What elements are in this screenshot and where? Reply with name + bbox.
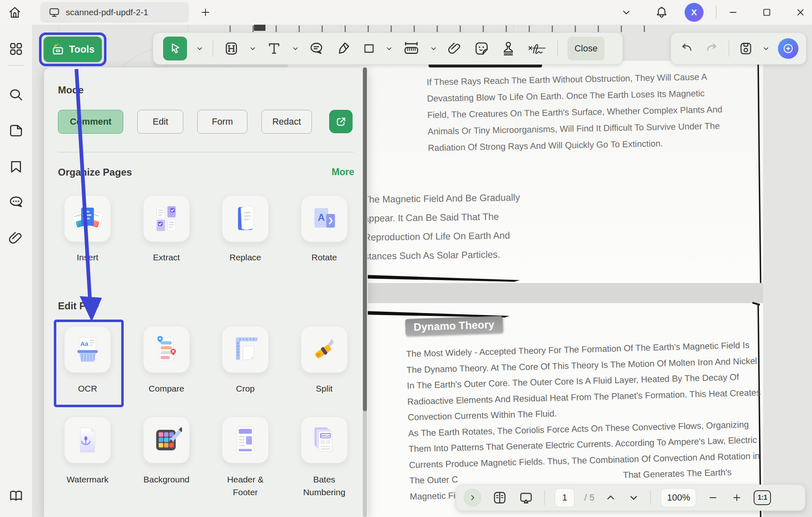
panel-divider: [58, 152, 354, 153]
highlighter-pen-icon: [336, 41, 351, 56]
doc-line: Reproduction Of Life On Earth And: [364, 225, 537, 247]
save-options-chevron[interactable]: [763, 45, 769, 52]
file-actions-toolbar: [671, 32, 806, 65]
text-tool-chevron[interactable]: [292, 45, 299, 52]
zoom-in-button[interactable]: [730, 489, 744, 507]
actual-size-button[interactable]: 1:1: [754, 490, 771, 505]
maximize-button[interactable]: [759, 4, 775, 21]
tool-label-bates-numbering: Bates Numbering: [293, 473, 355, 498]
square-icon: [362, 42, 376, 55]
highlight-h-icon: [224, 41, 239, 56]
measure-tool-chevron[interactable]: [430, 45, 437, 52]
mode-button-edit[interactable]: Edit: [137, 110, 183, 134]
home-button[interactable]: [6, 3, 24, 21]
rotate-illustration: A: [309, 203, 340, 234]
tool-tile-replace[interactable]: [222, 196, 268, 242]
tool-label-extract: Extract: [134, 251, 199, 264]
sidebar-item-search[interactable]: [8, 87, 24, 103]
tool-tile-watermark[interactable]: [65, 417, 111, 463]
ai-assistant-button[interactable]: [778, 38, 798, 59]
notifications-button[interactable]: [653, 3, 671, 21]
save-button[interactable]: [738, 37, 754, 60]
maximize-icon: [761, 7, 772, 18]
undo-button[interactable]: [678, 37, 695, 60]
page-layout-button[interactable]: [491, 489, 508, 507]
tool-label-header-footer: Header & Footer: [215, 473, 276, 498]
shape-tool-chevron[interactable]: [386, 45, 392, 52]
redo-button[interactable]: [704, 37, 720, 60]
select-tool-button[interactable]: [163, 37, 187, 60]
divider: [212, 40, 213, 57]
page-number-input[interactable]: 1: [555, 488, 574, 507]
sidebar-item-bookmarks[interactable]: [8, 159, 24, 174]
sticker-tool-button[interactable]: [473, 37, 490, 60]
presentation-button[interactable]: [518, 489, 534, 507]
edit-pdf-header: Edit PDF: [58, 300, 99, 312]
tool-tile-compare[interactable]: [143, 327, 189, 373]
tab-list-chevron-button[interactable]: [619, 5, 634, 20]
attachment-tool-button[interactable]: [446, 37, 464, 60]
signature-icon: [527, 40, 547, 57]
minimize-button[interactable]: [725, 4, 741, 21]
tool-tile-header-footer[interactable]: [222, 417, 268, 463]
select-tool-chevron[interactable]: [196, 45, 203, 52]
document-tab[interactable]: scanned-pdf-updf-2-1: [40, 2, 189, 23]
sidebar-item-reader-mode[interactable]: [8, 488, 24, 503]
tool-tile-bates-numbering[interactable]: 000123: [301, 417, 347, 463]
tool-tile-background[interactable]: [143, 417, 189, 463]
sidebar-item-thumbnails[interactable]: [8, 41, 24, 57]
next-page-button[interactable]: [627, 489, 640, 507]
highlight-tool-chevron[interactable]: [249, 45, 256, 52]
tab-title: scanned-pdf-updf-2-1: [66, 7, 148, 17]
comment-bubble-icon: [309, 41, 325, 56]
new-tab-button[interactable]: [198, 5, 213, 20]
tool-tile-rotate[interactable]: A: [301, 196, 347, 242]
sidebar-item-attachments[interactable]: [8, 230, 24, 246]
bookmark-icon: [8, 159, 24, 174]
tool-label-split: Split: [291, 382, 357, 395]
tool-tile-extract[interactable]: [143, 196, 189, 242]
highlight-tool-button[interactable]: [223, 37, 240, 60]
tools-button[interactable]: Tools: [44, 37, 102, 62]
page2-heading-badge: Dynamo Theory: [405, 316, 503, 336]
tool-label-watermark: Watermark: [55, 473, 120, 486]
tool-label-rotate: Rotate: [291, 251, 357, 264]
close-window-button[interactable]: [792, 4, 809, 21]
detach-panel-button[interactable]: [329, 110, 353, 133]
mode-section-label: Mode: [58, 84, 84, 96]
close-icon: [795, 7, 806, 18]
panel-scrollbar-thumb[interactable]: [363, 67, 367, 411]
close-toolbar-button[interactable]: Close: [567, 37, 604, 60]
signature-tool-button[interactable]: [526, 37, 548, 60]
mode-button-comment[interactable]: Comment: [58, 110, 123, 134]
sidebar-item-pages[interactable]: [8, 123, 24, 138]
tool-label-crop: Crop: [212, 382, 278, 395]
doc-line: stances Such As Solar Particles.: [364, 244, 537, 266]
mode-button-redact[interactable]: Redact: [261, 110, 312, 134]
sticker-icon: [474, 41, 489, 56]
plus-icon: [731, 492, 742, 503]
tool-tile-split[interactable]: [301, 327, 347, 373]
measure-tool-button[interactable]: [402, 37, 421, 60]
zoom-out-button[interactable]: [706, 489, 720, 507]
pencil-tool-button[interactable]: [335, 37, 352, 60]
account-avatar[interactable]: X: [685, 3, 704, 22]
zoom-level-input[interactable]: 100%: [661, 488, 696, 507]
text-tool-button[interactable]: [265, 37, 283, 60]
collapse-toolbar-button[interactable]: [464, 489, 482, 507]
shape-tool-button[interactable]: [362, 37, 376, 60]
background-illustration: [151, 424, 182, 456]
insert-illustration: [72, 203, 103, 234]
tool-tile-insert[interactable]: [65, 196, 111, 242]
panel-scrollbar-track[interactable]: [363, 67, 367, 517]
tool-tile-crop[interactable]: [222, 327, 268, 373]
comment-tool-button[interactable]: [308, 37, 325, 60]
previous-page-button[interactable]: [604, 489, 617, 507]
sidebar-item-comments[interactable]: [8, 194, 24, 210]
doc-line-fragment: The Outer C: [409, 472, 458, 489]
stamp-tool-button[interactable]: [500, 37, 517, 60]
tool-label-insert: Insert: [55, 251, 120, 264]
grid-icon: [8, 41, 24, 57]
mode-button-form[interactable]: Form: [197, 110, 247, 134]
organize-pages-more-link[interactable]: More: [325, 167, 354, 178]
